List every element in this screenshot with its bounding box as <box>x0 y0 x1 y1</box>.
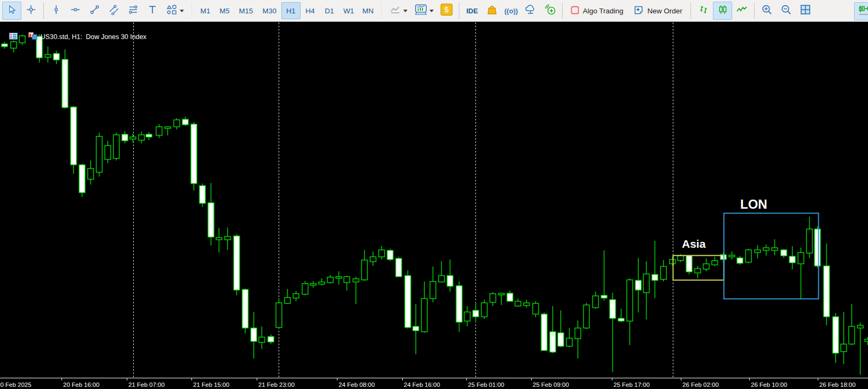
toolbar-grip[interactable] <box>190 3 193 19</box>
timeframe-m5[interactable]: M5 <box>215 2 234 19</box>
toolbar-separator <box>754 3 755 19</box>
line-chart-mode-button[interactable] <box>732 2 751 20</box>
signals-icon: ((o)) <box>504 7 518 15</box>
svg-text:26 Feb 02:00: 26 Feb 02:00 <box>682 382 719 388</box>
shopping-bag-icon <box>486 4 498 18</box>
trendline-tool-button[interactable] <box>85 2 104 20</box>
toolbar-separator <box>43 3 44 19</box>
timeframe-h4[interactable]: H4 <box>301 2 320 19</box>
svg-text:24 Feb 08:00: 24 Feb 08:00 <box>339 382 375 388</box>
svg-text:26 Feb 18:00: 26 Feb 18:00 <box>819 382 856 388</box>
timeframe-w1[interactable]: W1 <box>339 2 358 19</box>
ohlc-bars-icon <box>698 4 709 17</box>
ide-button[interactable]: IDE <box>462 7 482 15</box>
chart-objects-dropdown-caret <box>403 10 408 12</box>
timeframe-mn[interactable]: MN <box>358 2 378 19</box>
zoom-out-icon <box>780 4 792 18</box>
market-button[interactable] <box>482 2 502 20</box>
svg-text:21 Feb 15:00: 21 Feb 15:00 <box>193 382 229 388</box>
svg-text:24 Feb 16:00: 24 Feb 16:00 <box>404 382 440 388</box>
chart-shift-icon <box>857 4 868 19</box>
timeframe-h1[interactable]: H1 <box>281 2 301 19</box>
toolbar-separator <box>459 3 459 19</box>
svg-text:20 Feb 2025: 20 Feb 2025 <box>0 382 32 388</box>
line-chart-icon <box>736 4 748 17</box>
tile-windows-button[interactable] <box>796 2 815 20</box>
text-tool-icon <box>147 4 158 17</box>
bar-chart-mode-button[interactable] <box>694 2 713 20</box>
timeframe-d1[interactable]: D1 <box>320 2 339 19</box>
svg-text:LON: LON <box>740 197 767 211</box>
fibonacci-lines-tool-button[interactable] <box>124 2 143 20</box>
currency-settings-button[interactable]: $ <box>437 2 456 20</box>
timeframe-m15[interactable]: M15 <box>234 2 258 19</box>
svg-text:21 Feb 07:00: 21 Feb 07:00 <box>128 382 165 388</box>
svg-text:26 Feb 10:00: 26 Feb 10:00 <box>751 382 787 388</box>
vertical-line-icon <box>51 4 62 17</box>
chart-canvas[interactable]: AsiaLON20 Feb 202520 Feb 16:0021 Feb 07:… <box>0 0 868 389</box>
dollar-icon: $ <box>440 3 453 18</box>
new-order-button[interactable]: New Order <box>628 2 687 20</box>
candlestick-icon <box>717 4 728 17</box>
chart-shift-button[interactable] <box>854 2 868 20</box>
vertical-line-tool-button[interactable] <box>47 2 66 20</box>
algo-trading-label: Algo Trading <box>583 7 624 15</box>
timeframe-m30[interactable]: M30 <box>258 2 281 19</box>
timeframe-m1[interactable]: M1 <box>196 2 215 19</box>
channel-icon <box>109 4 119 17</box>
fibonacci-lines-icon <box>128 4 139 17</box>
indicators-icon <box>414 4 427 18</box>
svg-text:Asia: Asia <box>682 238 706 250</box>
crosshair-icon <box>26 4 36 17</box>
trendline-icon <box>89 4 100 17</box>
market-watch-icon <box>2 25 18 49</box>
svg-text:25 Feb 01:00: 25 Feb 01:00 <box>468 382 504 388</box>
algo-trading-icon <box>571 6 579 16</box>
channel-tool-button[interactable] <box>104 2 124 20</box>
indicators-dropdown-caret <box>429 10 434 12</box>
text-tool-button[interactable] <box>143 2 162 20</box>
svg-text:25 Feb 17:00: 25 Feb 17:00 <box>613 382 650 388</box>
cursor-tool-button[interactable] <box>2 2 21 20</box>
vps-cloud-button[interactable] <box>521 2 540 20</box>
new-order-icon <box>634 5 643 17</box>
chart-window-title: US30.std, H1: Dow Jones 30 Index <box>2 25 147 49</box>
toolbar-grip[interactable] <box>380 3 383 19</box>
chart-objects-button[interactable] <box>386 2 411 20</box>
cloud-icon <box>524 4 537 18</box>
svg-text:21 Feb 23:00: 21 Feb 23:00 <box>258 382 295 388</box>
signals-button[interactable]: ((o)) <box>502 2 521 20</box>
toolbar-separator <box>562 3 563 19</box>
horizontal-line-tool-button[interactable] <box>66 2 85 20</box>
algo-trading-button[interactable]: Algo Trading <box>565 2 629 20</box>
svg-text:$: $ <box>444 5 449 14</box>
new-order-label: New Order <box>647 7 682 15</box>
tile-windows-icon <box>800 4 811 18</box>
svg-text:25 Feb 09:00: 25 Feb 09:00 <box>533 382 569 388</box>
horizontal-line-icon <box>70 4 81 17</box>
crosshair-tool-button[interactable] <box>21 2 41 20</box>
candlestick-mode-button[interactable] <box>713 2 732 20</box>
shapes-icon <box>166 4 178 17</box>
toolbar-separator <box>690 3 691 19</box>
community-button[interactable] <box>540 2 559 20</box>
chart-title-text: US30.std, H1: Dow Jones 30 Index <box>41 33 147 41</box>
svg-text:20 Feb 16:00: 20 Feb 16:00 <box>63 382 99 388</box>
broadcast-add-icon <box>543 3 556 18</box>
zoom-in-button[interactable] <box>757 2 777 20</box>
shapes-dropdown-caret <box>180 10 184 12</box>
shapes-tool-button[interactable] <box>162 2 188 20</box>
chart-window-icon <box>21 25 37 49</box>
indicators-button[interactable] <box>411 2 437 20</box>
line-study-icon <box>389 4 401 17</box>
main-toolbar: M1 M5 M15 M30 H1 H4 D1 W1 MN $ IDE <box>0 0 868 22</box>
zoom-out-button[interactable] <box>777 2 796 20</box>
cursor-icon <box>6 4 17 17</box>
zoom-in-icon <box>761 4 773 18</box>
